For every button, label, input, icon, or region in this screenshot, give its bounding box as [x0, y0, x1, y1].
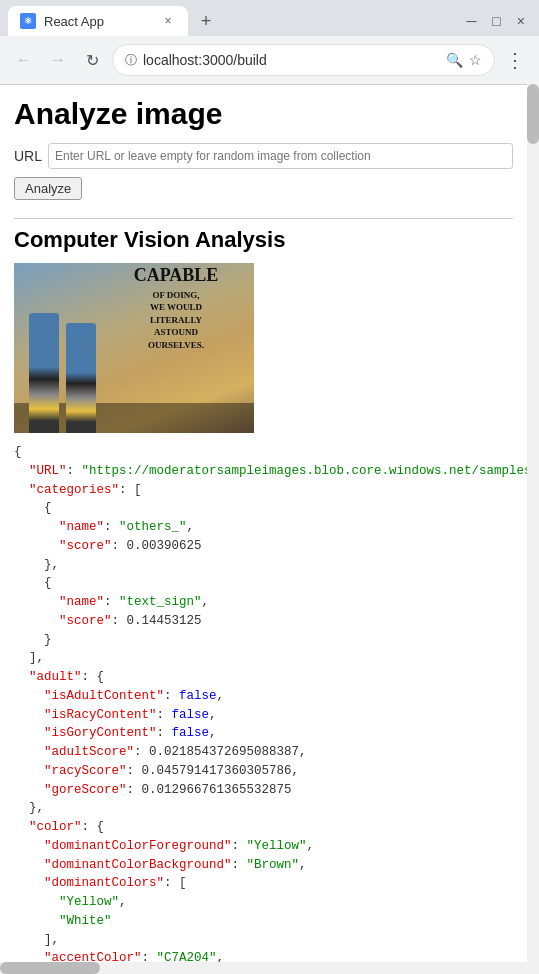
- new-tab-button[interactable]: +: [192, 7, 220, 35]
- json-domFg-value: "Yellow": [247, 839, 307, 853]
- json-domFg-key: "dominantColorForeground": [44, 839, 232, 853]
- json-name1-value: "others_": [119, 520, 187, 534]
- json-domBg-key: "dominantColorBackground": [44, 858, 232, 872]
- json-output: { "URL": "https://moderatorsampleimages.…: [14, 443, 513, 974]
- json-goreScore-key: "goreScore": [44, 783, 127, 797]
- json-isGoryContent-key: "isGoryContent": [44, 726, 157, 740]
- tab-favicon: ⚛: [20, 13, 36, 29]
- json-racyScore-value: 0.045791417360305786: [142, 764, 292, 778]
- json-isAdultContent-value: false: [179, 689, 217, 703]
- json-adult-key: "adult": [29, 670, 82, 684]
- back-button[interactable]: ←: [10, 46, 38, 74]
- active-tab[interactable]: ⚛ React App ×: [8, 6, 188, 36]
- analyzed-image: IF WE DID ALL THE THINGS WE ARE CAPABLE …: [14, 263, 254, 433]
- tab-bar: ⚛ React App × + ─ □ ×: [0, 0, 539, 36]
- json-score2-key: "score": [59, 614, 112, 628]
- image-quote-text: IF WE DID ALL THE THINGS WE ARE CAPABLE …: [106, 263, 246, 348]
- json-categories-key: "categories": [29, 483, 119, 497]
- minimize-button[interactable]: ─: [464, 11, 478, 31]
- json-adultScore-key: "adultScore": [44, 745, 134, 759]
- json-score2-value: 0.14453125: [127, 614, 202, 628]
- tab-close-button[interactable]: ×: [160, 13, 176, 29]
- json-name1-key: "name": [59, 520, 104, 534]
- json-score1-key: "score": [59, 539, 112, 553]
- json-domBg-value: "Brown": [247, 858, 300, 872]
- analyze-button[interactable]: Analyze: [14, 177, 82, 200]
- page-content: Analyze image URL Analyze Computer Visio…: [0, 85, 527, 974]
- window-controls: ─ □ ×: [464, 11, 531, 31]
- address-bar[interactable]: ⓘ localhost:3000/build 🔍 ☆: [112, 44, 495, 76]
- tab-title: React App: [44, 14, 152, 29]
- address-search-icon: 🔍: [446, 52, 463, 68]
- json-goreScore-value: 0.012966761365532875: [142, 783, 292, 797]
- json-domColors-key: "dominantColors": [44, 876, 164, 890]
- json-color-arr-1: "Yellow": [59, 895, 119, 909]
- page-title: Analyze image: [14, 97, 513, 131]
- window-close-button[interactable]: ×: [515, 11, 527, 31]
- json-isGoryContent-value: false: [172, 726, 210, 740]
- browser-chrome: ⚛ React App × + ─ □ × ← → ↻ ⓘ localhost:…: [0, 0, 539, 85]
- bookmark-icon[interactable]: ☆: [469, 52, 482, 68]
- maximize-button[interactable]: □: [490, 11, 502, 31]
- json-color-key: "color": [29, 820, 82, 834]
- nav-bar: ← → ↻ ⓘ localhost:3000/build 🔍 ☆ ⋮: [0, 36, 539, 84]
- browser-menu-button[interactable]: ⋮: [501, 44, 529, 76]
- json-url-value: "https://moderatorsampleimages.blob.core…: [82, 464, 527, 478]
- json-racyScore-key: "racyScore": [44, 764, 127, 778]
- json-score1-value: 0.00390625: [127, 539, 202, 553]
- url-row: URL: [14, 143, 513, 169]
- json-adultScore-value: 0.021854372695088387: [149, 745, 299, 759]
- url-label: URL: [14, 148, 42, 164]
- url-input[interactable]: [48, 143, 513, 169]
- json-name2-key: "name": [59, 595, 104, 609]
- json-isRacyContent-value: false: [172, 708, 210, 722]
- json-isRacyContent-key: "isRacyContent": [44, 708, 157, 722]
- section-divider: [14, 218, 513, 219]
- horizontal-scrollbar-track: [0, 962, 527, 974]
- forward-button[interactable]: →: [44, 46, 72, 74]
- json-color-arr-2: "White": [59, 914, 112, 928]
- json-url-key: "URL": [29, 464, 67, 478]
- reload-button[interactable]: ↻: [78, 46, 106, 74]
- address-text: localhost:3000/build: [143, 52, 440, 68]
- json-isAdultContent-key: "isAdultContent": [44, 689, 164, 703]
- scrollbar-thumb[interactable]: [527, 84, 539, 144]
- section-title: Computer Vision Analysis: [14, 227, 513, 253]
- scrollbar-track: [527, 84, 539, 974]
- json-name2-value: "text_sign": [119, 595, 202, 609]
- horizontal-scrollbar-thumb[interactable]: [0, 962, 100, 974]
- lock-icon: ⓘ: [125, 52, 137, 69]
